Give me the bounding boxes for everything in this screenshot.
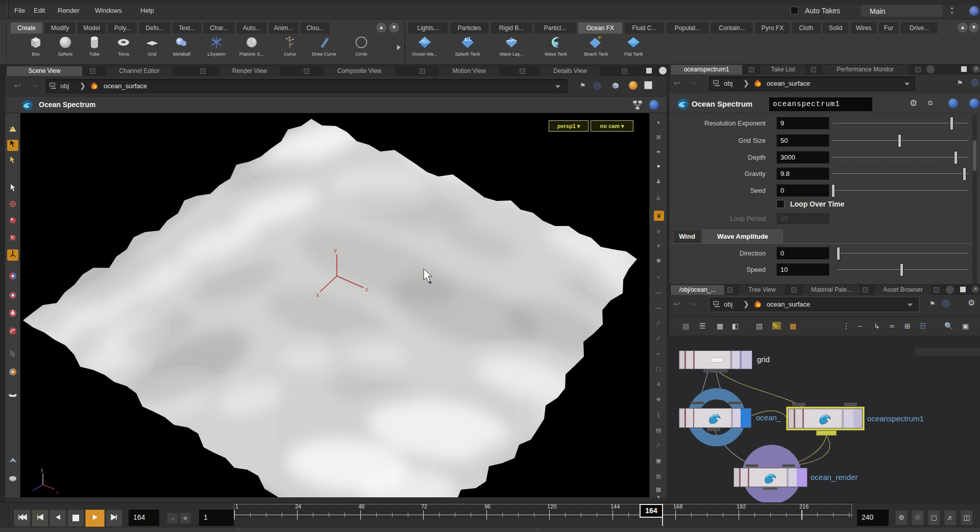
svg-text:x: x xyxy=(56,490,59,495)
svg-text:y: y xyxy=(334,247,337,253)
svg-text:x: x xyxy=(316,292,319,298)
svg-text:z: z xyxy=(365,287,368,292)
svg-text:y: y xyxy=(41,467,43,472)
